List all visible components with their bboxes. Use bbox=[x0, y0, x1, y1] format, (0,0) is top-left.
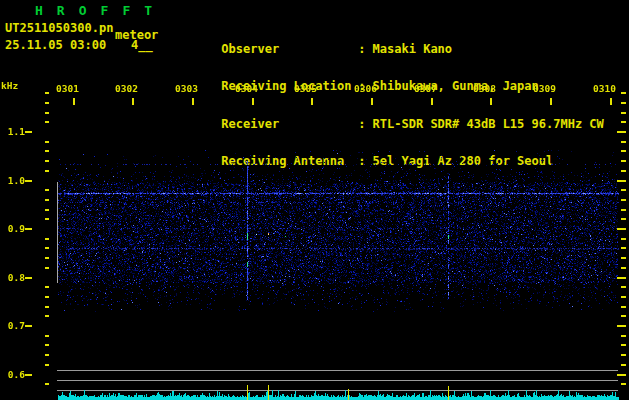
freq-axis-unit-label: kHz bbox=[1, 80, 18, 91]
freq-tick-right bbox=[621, 257, 626, 259]
freq-tick-right bbox=[621, 199, 626, 201]
time-tick-label: 0302 bbox=[115, 83, 138, 94]
freq-tick-label: 0.7 bbox=[1, 320, 25, 331]
time-tick bbox=[550, 98, 552, 105]
freq-tick-label: 1.0 bbox=[1, 175, 25, 186]
freq-tick-left bbox=[45, 150, 49, 152]
freq-tick-left bbox=[45, 170, 49, 172]
hrofft-window: H R O F F T UT2511050300.pn meteor 25.11… bbox=[0, 0, 629, 400]
freq-tick-right bbox=[617, 180, 626, 182]
freq-tick-right bbox=[621, 112, 626, 114]
freq-tick-left bbox=[45, 335, 49, 337]
freq-tick-left bbox=[45, 315, 49, 317]
time-tick bbox=[431, 98, 433, 105]
time-tick bbox=[490, 98, 492, 105]
freq-tick-label: 1.1 bbox=[1, 126, 25, 137]
time-tick-label: 0306 bbox=[354, 83, 377, 94]
freq-tick-left bbox=[45, 112, 49, 114]
freq-tick-left bbox=[45, 141, 49, 143]
freq-tick-right bbox=[621, 189, 626, 191]
freq-tick-right bbox=[621, 364, 626, 366]
time-tick-label: 0310 bbox=[593, 83, 616, 94]
freq-tick-right bbox=[621, 218, 626, 220]
freq-tick-label: 0.6 bbox=[1, 369, 25, 380]
freq-tick-right bbox=[621, 296, 626, 298]
freq-tick-left bbox=[25, 374, 32, 376]
time-tick bbox=[132, 98, 134, 105]
freq-tick-right bbox=[621, 150, 626, 152]
freq-tick-left bbox=[45, 383, 49, 385]
freq-tick-right bbox=[621, 247, 626, 249]
time-tick bbox=[311, 98, 313, 105]
freq-tick-left bbox=[25, 325, 32, 327]
freq-tick-left bbox=[45, 247, 49, 249]
freq-tick-right bbox=[621, 92, 626, 94]
freq-tick-right bbox=[621, 121, 626, 123]
time-tick-label: 0304 bbox=[235, 83, 258, 94]
time-tick-label: 0309 bbox=[533, 83, 556, 94]
freq-tick-left bbox=[45, 189, 49, 191]
freq-tick-label: 0.9 bbox=[1, 223, 25, 234]
freq-tick-right bbox=[621, 306, 626, 308]
freq-tick-left bbox=[45, 364, 49, 366]
freq-tick-left bbox=[45, 267, 49, 269]
freq-tick-right bbox=[621, 315, 626, 317]
freq-tick-left bbox=[45, 344, 49, 346]
freq-tick-left bbox=[45, 92, 49, 94]
time-tick-label: 0308 bbox=[473, 83, 496, 94]
freq-tick-left bbox=[45, 121, 49, 123]
time-tick bbox=[73, 98, 75, 105]
time-tick-label: 0307 bbox=[414, 83, 437, 94]
freq-tick-right bbox=[617, 228, 626, 230]
freq-tick-left bbox=[45, 102, 49, 104]
freq-tick-right bbox=[621, 238, 626, 240]
freq-tick-right bbox=[617, 131, 626, 133]
spectrogram-canvas bbox=[0, 0, 629, 400]
freq-tick-left bbox=[45, 354, 49, 356]
freq-tick-left bbox=[45, 218, 49, 220]
freq-tick-right bbox=[617, 325, 626, 327]
freq-tick-left bbox=[45, 257, 49, 259]
freq-tick-left bbox=[45, 238, 49, 240]
freq-tick-left bbox=[45, 160, 49, 162]
time-tick-label: 0303 bbox=[175, 83, 198, 94]
freq-tick-label: 0.8 bbox=[1, 272, 25, 283]
time-tick bbox=[252, 98, 254, 105]
freq-tick-right bbox=[621, 286, 626, 288]
freq-tick-right bbox=[617, 374, 626, 376]
freq-tick-right bbox=[621, 383, 626, 385]
freq-tick-left bbox=[25, 131, 32, 133]
time-tick bbox=[192, 98, 194, 105]
freq-tick-left bbox=[45, 199, 49, 201]
freq-tick-left bbox=[25, 277, 32, 279]
freq-tick-right bbox=[621, 102, 626, 104]
freq-tick-right bbox=[617, 277, 626, 279]
freq-tick-right bbox=[621, 141, 626, 143]
freq-tick-left bbox=[45, 296, 49, 298]
time-tick bbox=[371, 98, 373, 105]
freq-tick-right bbox=[621, 344, 626, 346]
time-tick-label: 0305 bbox=[294, 83, 317, 94]
freq-tick-left bbox=[45, 306, 49, 308]
freq-tick-left bbox=[45, 209, 49, 211]
freq-tick-left bbox=[25, 228, 32, 230]
freq-tick-right bbox=[621, 209, 626, 211]
freq-tick-right bbox=[621, 160, 626, 162]
freq-tick-left bbox=[45, 286, 49, 288]
freq-tick-right bbox=[621, 354, 626, 356]
time-tick bbox=[610, 98, 612, 105]
freq-tick-right bbox=[621, 170, 626, 172]
freq-tick-right bbox=[621, 335, 626, 337]
freq-tick-left bbox=[25, 180, 32, 182]
freq-tick-right bbox=[621, 267, 626, 269]
time-tick-label: 0301 bbox=[56, 83, 79, 94]
